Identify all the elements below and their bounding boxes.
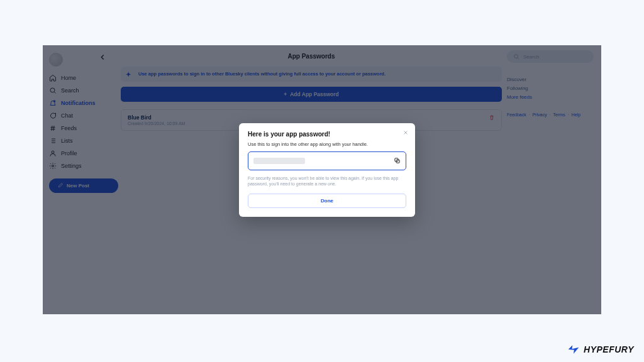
- modal-note: For security reasons, you won't be able …: [248, 175, 406, 187]
- done-button-label: Done: [321, 198, 333, 204]
- hypefury-logo-icon: [567, 343, 580, 356]
- app-password-modal: Here is your app password! Use this to s…: [239, 123, 415, 217]
- copy-password-button[interactable]: [394, 155, 401, 167]
- password-redacted: [253, 158, 305, 164]
- modal-subtitle: Use this to sign into the other app alon…: [248, 141, 406, 147]
- close-icon: [402, 129, 409, 136]
- hypefury-logo-text: HYPEFURY: [584, 344, 634, 354]
- done-button[interactable]: Done: [248, 194, 406, 208]
- hypefury-watermark: HYPEFURY: [567, 343, 634, 356]
- modal-title: Here is your app password!: [248, 131, 406, 138]
- modal-close-button[interactable]: [402, 129, 409, 137]
- copy-icon: [394, 157, 401, 164]
- app-window: Home Search Notifications Chat: [43, 45, 601, 314]
- password-display-field[interactable]: [248, 151, 406, 170]
